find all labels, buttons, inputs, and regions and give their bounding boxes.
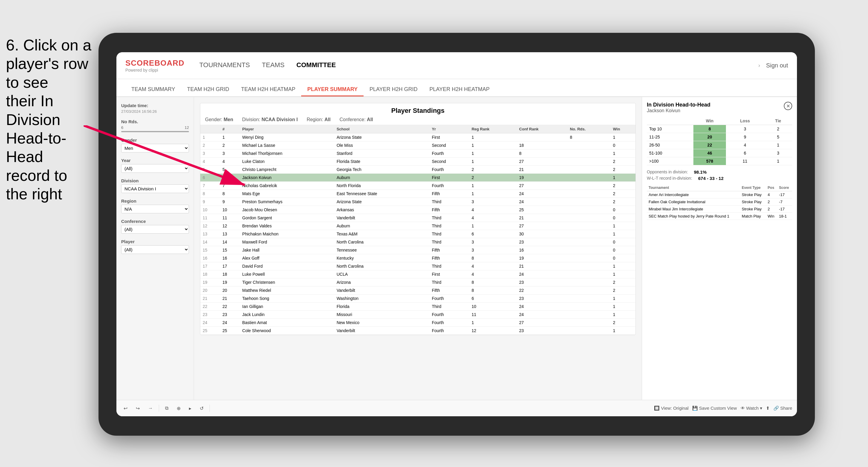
table-row[interactable]: 4 4 Luke Claton Florida State Second 1 2…: [200, 158, 636, 166]
cell-school: Auburn: [334, 174, 430, 182]
cell-rownum: 4: [200, 158, 220, 166]
cell-win: 1: [611, 174, 636, 182]
table-row[interactable]: 20 20 Matthew Riedel Vanderbilt Fifth 8 …: [200, 286, 636, 294]
cell-school: New Mexico: [334, 319, 430, 327]
tab-team-h2h-heatmap[interactable]: TEAM H2H HEATMAP: [235, 83, 302, 96]
tab-team-h2h-grid[interactable]: TEAM H2H GRID: [181, 83, 235, 96]
table-row[interactable]: 8 8 Mats Ege East Tennessee State Fifth …: [200, 190, 636, 198]
col-conf-rank: Conf Rank: [517, 125, 567, 133]
no-rds-slider[interactable]: 6 12: [121, 125, 189, 132]
sign-out-btn[interactable]: Sign out: [766, 62, 788, 69]
cell-school: Tennessee: [334, 246, 430, 254]
cell-win: 2: [611, 166, 636, 174]
h2h-tie: 1: [764, 157, 792, 165]
center-area: Player Standings Gender: Men Division: N…: [194, 97, 642, 400]
cell-rds: [567, 319, 611, 327]
cell-player: Ian Gilligan: [240, 303, 334, 311]
cell-win: 0: [611, 238, 636, 246]
table-row[interactable]: 17 17 David Ford North Carolina Third 4 …: [200, 262, 636, 270]
table-row[interactable]: 15 15 Jake Hall Tennessee Fifth 3 16 0: [200, 246, 636, 254]
cell-reg: 1: [469, 190, 517, 198]
refresh-btn[interactable]: ↺: [197, 404, 206, 412]
division-select[interactable]: NCAA Division I: [121, 184, 189, 193]
tab-player-h2h-heatmap[interactable]: PLAYER H2H HEATMAP: [424, 83, 495, 96]
table-row[interactable]: 21 21 Taehoon Song Washington Fourth 6 2…: [200, 294, 636, 303]
cell-rds: [567, 222, 611, 230]
cell-reg: 1: [469, 133, 517, 142]
export-btn[interactable]: ⬆: [766, 406, 770, 411]
cell-school: East Tennessee State: [334, 190, 430, 198]
nav-tournaments[interactable]: TOURNAMENTS: [199, 59, 250, 72]
table-row[interactable]: 2 2 Michael La Sasse Ole Miss Second 1 1…: [200, 142, 636, 150]
table-row[interactable]: 10 10 Jacob Mou Olesen Arkansas Fifth 4 …: [200, 206, 636, 214]
conference-select[interactable]: (All): [121, 225, 189, 234]
year-select[interactable]: (All): [121, 164, 189, 173]
table-row[interactable]: 5 5 Christo Lamprecht Georgia Tech Fourt…: [200, 166, 636, 174]
save-custom-btn[interactable]: 💾 Save Custom View: [692, 406, 737, 411]
table-row[interactable]: 19 19 Tiger Christensen Arizona Third 8 …: [200, 278, 636, 286]
cell-reg: 4: [469, 262, 517, 270]
h2h-loss: 11: [726, 157, 764, 165]
cell-rds: [567, 198, 611, 206]
view-original-btn[interactable]: 🔲 View: Original: [654, 406, 688, 411]
cell-rownum: 25: [200, 327, 220, 335]
table-row[interactable]: 12 12 Brendan Valdes Auburn Third 1 27 1: [200, 222, 636, 230]
cell-rds: [567, 262, 611, 270]
cell-win: 0: [611, 142, 636, 150]
player-section: Player (All): [121, 239, 189, 254]
table-row[interactable]: 9 9 Preston Summerhays Arizona State Thi…: [200, 198, 636, 206]
table-row[interactable]: 16 16 Alex Goff Kentucky Fifth 8 19 0: [200, 254, 636, 262]
table-row[interactable]: 11 11 Gordon Sargent Vanderbilt Third 4 …: [200, 214, 636, 222]
tablet-frame: SCOREBOARD Powered by clippi TOURNAMENTS…: [98, 33, 815, 436]
cell-yr: Fourth: [430, 311, 469, 319]
paste-btn[interactable]: ⊕: [174, 404, 183, 412]
share-btn[interactable]: 🔗 Share: [773, 406, 792, 411]
tourn-col-name: Tournament: [647, 184, 740, 191]
region-select[interactable]: N/A: [121, 205, 189, 213]
table-row[interactable]: 22 22 Ian Gilligan Florida Third 10 24 1: [200, 303, 636, 311]
cell-reg: 8: [469, 254, 517, 262]
cell-rownum: 21: [200, 294, 220, 303]
cell-conf: 19: [517, 254, 567, 262]
h2h-close-btn[interactable]: ✕: [784, 102, 792, 110]
nav-teams[interactable]: TEAMS: [262, 59, 284, 72]
copy-btn[interactable]: ⧉: [163, 404, 171, 412]
nav-committee[interactable]: COMMITTEE: [297, 59, 336, 72]
tab-player-h2h-grid[interactable]: PLAYER H2H GRID: [364, 83, 424, 96]
cell-rds: [567, 150, 611, 158]
forward-btn[interactable]: →: [146, 404, 155, 412]
nav-items: TOURNAMENTS TEAMS COMMITTEE: [199, 59, 758, 72]
cell-reg: 1: [469, 142, 517, 150]
update-value: 27/03/2024 16:56:26: [121, 109, 189, 114]
logo-text: SCOREBOARD: [125, 59, 184, 68]
more-btn[interactable]: ▸: [187, 404, 194, 412]
cell-player: David Ford: [240, 262, 334, 270]
table-row[interactable]: 3 3 Michael Thorbjornsen Stanford Fourth…: [200, 150, 636, 158]
player-select[interactable]: (All): [121, 245, 189, 254]
tourn-pos: 2: [766, 198, 777, 206]
standings-title: Player Standings: [205, 107, 631, 115]
gender-select[interactable]: Men Women: [121, 144, 189, 153]
cell-yr: Fourth: [430, 319, 469, 327]
cell-conf: 16: [517, 246, 567, 254]
table-row[interactable]: 18 18 Luke Powell UCLA First 4 24 1: [200, 270, 636, 278]
table-row[interactable]: 13 13 Phichaksn Maichon Texas A&M Third …: [200, 230, 636, 238]
table-row[interactable]: 23 23 Jack Lundin Missouri Fourth 11 24 …: [200, 311, 636, 319]
table-row[interactable]: 1 1 Wenyi Ding Arizona State First 1 8 1: [200, 133, 636, 142]
cell-conf: 24: [517, 311, 567, 319]
tab-player-summary[interactable]: PLAYER SUMMARY: [301, 83, 364, 96]
undo-btn[interactable]: ↩: [121, 404, 130, 412]
tab-team-summary[interactable]: TEAM SUMMARY: [125, 83, 181, 96]
table-row[interactable]: 25 25 Cole Sherwood Vanderbilt Fourth 12…: [200, 327, 636, 335]
cell-school: Georgia Tech: [334, 166, 430, 174]
tourn-name: SEC Match Play hosted by Jerry Pate Roun…: [647, 213, 740, 220]
watch-btn[interactable]: 👁 Watch ▾: [741, 406, 762, 411]
table-row[interactable]: 6 6 Jackson Koivun Auburn First 2 19 1: [200, 174, 636, 182]
table-row[interactable]: 14 14 Maxwell Ford North Carolina Third …: [200, 238, 636, 246]
standings-panel: Player Standings Gender: Men Division: N…: [200, 103, 636, 335]
redo-btn[interactable]: ↪: [133, 404, 142, 412]
table-row[interactable]: 24 24 Bastien Amat New Mexico Fourth 1 2…: [200, 319, 636, 327]
cell-conf: 27: [517, 319, 567, 327]
table-row[interactable]: 7 7 Nicholas Gabrelcik North Florida Fou…: [200, 182, 636, 190]
cell-rownum: 13: [200, 230, 220, 238]
